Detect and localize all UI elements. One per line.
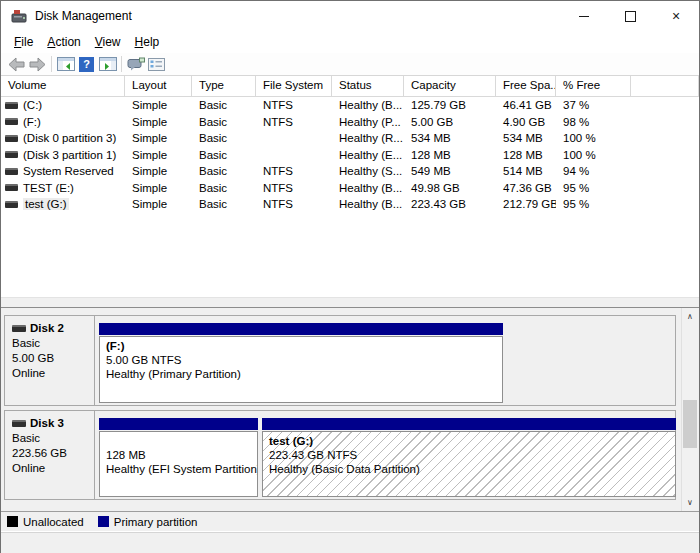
volume-type: Basic — [192, 165, 256, 177]
column-header-free-space[interactable]: Free Spa... — [496, 76, 556, 96]
column-header-layout[interactable]: Layout — [125, 76, 192, 96]
legend-unallocated: Unallocated — [7, 516, 84, 528]
column-header-status[interactable]: Status — [332, 76, 404, 96]
volume-type: Basic — [192, 182, 256, 194]
partition-size: 5.00 GB NTFS — [106, 353, 496, 367]
volume-type: Basic — [192, 99, 256, 111]
partition-f[interactable]: (F:) 5.00 GB NTFS Healthy (Primary Parti… — [99, 323, 503, 403]
volume-name: TEST (E:) — [23, 182, 74, 194]
column-header-capacity[interactable]: Capacity — [404, 76, 496, 96]
volume-layout: Simple — [125, 182, 192, 194]
volume-pct-free: 100 % — [556, 132, 631, 144]
column-header-volume[interactable]: Volume — [1, 76, 125, 96]
partition-status: Healthy (Basic Data Partition) — [269, 462, 669, 476]
volume-status: Healthy (S... — [332, 165, 404, 177]
properties-icon[interactable] — [146, 54, 167, 74]
volume-type: Basic — [192, 198, 256, 210]
show-action-pane-icon[interactable] — [97, 54, 118, 74]
volume-capacity: 534 MB — [404, 132, 496, 144]
back-icon[interactable] — [6, 54, 27, 74]
disk-type: Basic — [12, 336, 94, 351]
disk-3-header[interactable]: Disk 3 Basic 223.56 GB Online — [5, 411, 95, 499]
volume-icon — [5, 201, 18, 208]
volume-capacity: 125.79 GB — [404, 99, 496, 111]
column-header-type[interactable]: Type — [192, 76, 256, 96]
window-controls: × — [561, 1, 699, 31]
column-header-file-system[interactable]: File System — [256, 76, 332, 96]
volume-icon — [5, 151, 18, 158]
volume-status: Healthy (B... — [332, 99, 404, 111]
disk-graphical-pane: Disk 2 Basic 5.00 GB Online (F:) 5.00 GB… — [1, 308, 699, 511]
volume-file-system: NTFS — [256, 99, 332, 111]
volume-icon — [5, 168, 18, 175]
volume-capacity: 549 MB — [404, 165, 496, 177]
disk-2-header[interactable]: Disk 2 Basic 5.00 GB Online — [5, 316, 95, 405]
disk-size: 5.00 GB — [12, 351, 94, 366]
volume-icon — [5, 102, 18, 109]
volume-name: (C:) — [23, 99, 42, 111]
column-header-pct-free[interactable]: % Free — [556, 76, 631, 96]
volume-status: Healthy (B... — [332, 198, 404, 210]
show-console-tree-icon[interactable] — [55, 54, 76, 74]
close-icon: × — [672, 9, 680, 23]
partition-size: 128 MB — [106, 448, 251, 462]
volume-capacity: 128 MB — [404, 149, 496, 161]
disk-management-window: Disk Management × File Action View Help — [0, 0, 700, 553]
volume-free-space: 534 MB — [496, 132, 556, 144]
maximize-button[interactable] — [607, 1, 653, 31]
scroll-up-icon[interactable]: ∧ — [682, 308, 698, 325]
table-row[interactable]: (F:) Simple Basic NTFS Healthy (P... 5.0… — [1, 114, 699, 131]
help-topics-icon[interactable] — [125, 54, 146, 74]
table-row[interactable]: System Reserved Simple Basic NTFS Health… — [1, 163, 699, 180]
window-title: Disk Management — [35, 9, 132, 23]
menu-help[interactable]: Help — [128, 33, 167, 51]
menu-action[interactable]: Action — [40, 33, 87, 51]
scroll-down-icon[interactable]: ∨ — [682, 494, 698, 511]
menu-file[interactable]: File — [7, 33, 40, 51]
table-row[interactable]: TEST (E:) Simple Basic NTFS Healthy (B..… — [1, 180, 699, 197]
table-row[interactable]: (Disk 3 partition 1) Simple Basic Health… — [1, 147, 699, 164]
pane-splitter[interactable] — [1, 297, 699, 308]
forward-icon[interactable] — [27, 54, 48, 74]
menu-view[interactable]: View — [88, 33, 128, 51]
close-button[interactable]: × — [653, 1, 699, 31]
volume-list: Volume Layout Type File System Status Ca… — [1, 76, 699, 297]
toolbar: ? — [1, 53, 699, 76]
primary-partition-band — [99, 418, 258, 430]
volume-capacity: 49.98 GB — [404, 182, 496, 194]
toolbar-separator — [121, 56, 122, 72]
disk-type: Basic — [12, 431, 94, 446]
disk-management-app-icon — [11, 9, 27, 23]
volume-status: Healthy (R... — [332, 132, 404, 144]
primary-partition-swatch — [98, 516, 109, 527]
minimize-button[interactable] — [561, 1, 607, 31]
volume-status: Healthy (B... — [332, 182, 404, 194]
partition-label: (F:) — [106, 339, 496, 353]
minimize-icon — [579, 16, 589, 17]
table-row[interactable]: (Disk 0 partition 3) Simple Basic Health… — [1, 130, 699, 147]
help-icon[interactable]: ? — [76, 54, 97, 74]
partition-test-g-selected[interactable]: test (G:) 223.43 GB NTFS Healthy (Basic … — [262, 418, 676, 497]
volume-pct-free: 95 % — [556, 198, 631, 210]
table-row-selected[interactable]: test (G:) Simple Basic NTFS Healthy (B..… — [1, 196, 699, 213]
partition-efi[interactable]: 128 MB Healthy (EFI System Partition) — [99, 418, 258, 497]
column-header-blank[interactable] — [631, 76, 699, 96]
disk-name: Disk 3 — [30, 416, 64, 431]
maximize-icon — [625, 11, 636, 22]
disk-icon — [12, 325, 26, 332]
volume-layout: Simple — [125, 198, 192, 210]
partition-label: test (G:) — [269, 434, 669, 448]
volume-file-system: NTFS — [256, 182, 332, 194]
volume-layout: Simple — [125, 149, 192, 161]
disk-pane-scrollbar[interactable]: ∧ ∨ — [681, 308, 698, 511]
volume-file-system: NTFS — [256, 165, 332, 177]
scrollbar-thumb[interactable] — [683, 400, 697, 448]
volume-type: Basic — [192, 116, 256, 128]
table-row[interactable]: (C:) Simple Basic NTFS Healthy (B... 125… — [1, 97, 699, 114]
disk-name: Disk 2 — [30, 321, 64, 336]
volume-layout: Simple — [125, 116, 192, 128]
volume-free-space: 212.79 GB — [496, 198, 556, 210]
disk-size: 223.56 GB — [12, 446, 94, 461]
volume-status: Healthy (E... — [332, 149, 404, 161]
disk-status: Online — [12, 366, 94, 381]
